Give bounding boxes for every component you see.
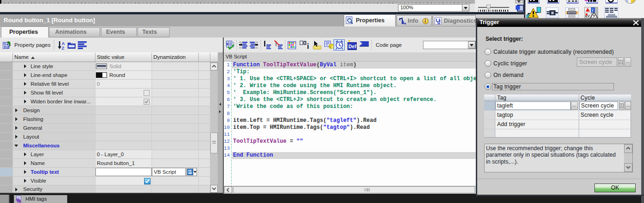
- svg-text:Z: Z: [62, 45, 64, 50]
- svg-text:i: i: [592, 8, 593, 13]
- svg-text:VB: VB: [188, 169, 192, 172]
- svg-text:Def: Def: [348, 44, 356, 49]
- svg-text:i: i: [307, 42, 309, 50]
